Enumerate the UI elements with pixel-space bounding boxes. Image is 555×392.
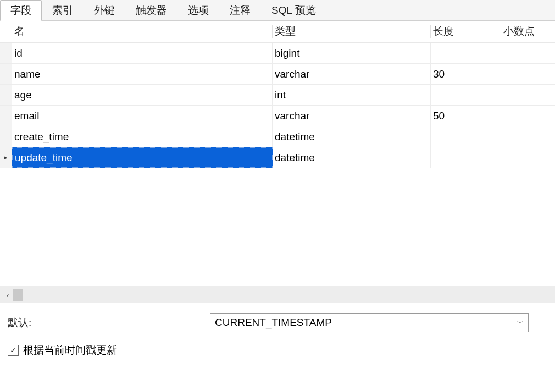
table-row[interactable]: update_timedatetime: [0, 147, 555, 168]
tab-fields[interactable]: 字段: [0, 0, 42, 21]
cell-type[interactable]: varchar: [273, 64, 431, 84]
col-header-label: 类型: [275, 25, 296, 37]
default-value: CURRENT_TIMESTAMP: [215, 317, 332, 329]
tab-triggers[interactable]: 触发器: [125, 0, 177, 21]
scroll-thumb[interactable]: [13, 289, 23, 301]
cell-length[interactable]: 50: [431, 106, 501, 126]
tab-indexes[interactable]: 索引: [42, 0, 84, 21]
tab-bar: 字段 索引 外键 触发器 选项 注释 SQL 预览: [0, 0, 555, 21]
row-gutter: [0, 147, 12, 168]
tab-label: SQL 预览: [271, 3, 316, 18]
col-header-label: 名: [14, 25, 25, 37]
tab-foreign-keys[interactable]: 外键: [84, 0, 125, 21]
cell-decimal[interactable]: [501, 85, 555, 105]
row-gutter: [0, 43, 12, 63]
col-header-decimal[interactable]: 小数点: [501, 21, 555, 42]
table-row[interactable]: namevarchar30: [0, 64, 555, 85]
table-row[interactable]: idbigint: [0, 43, 555, 64]
cell-length[interactable]: [431, 147, 501, 168]
cell-decimal[interactable]: [501, 147, 555, 168]
cell-name[interactable]: id: [12, 43, 273, 63]
field-properties: 默认: CURRENT_TIMESTAMP ﹀ 根据当前时间戳更新: [0, 303, 555, 363]
tab-label: 外键: [94, 3, 115, 18]
grid-body: idbigintnamevarchar30ageintemailvarchar5…: [0, 43, 555, 168]
tab-label: 索引: [52, 3, 73, 18]
table-row[interactable]: ageint: [0, 85, 555, 106]
on-update-label: 根据当前时间戳更新: [23, 343, 117, 357]
default-label: 默认:: [8, 316, 210, 330]
tab-options[interactable]: 选项: [177, 0, 219, 21]
table-row[interactable]: emailvarchar50: [0, 106, 555, 126]
table-row[interactable]: create_timedatetime: [0, 126, 555, 147]
cell-decimal[interactable]: [501, 43, 555, 63]
cell-length[interactable]: [431, 126, 501, 147]
tab-sql-preview[interactable]: SQL 预览: [261, 0, 326, 21]
tab-label: 注释: [230, 3, 251, 18]
header-gutter: [0, 21, 12, 42]
tab-label: 触发器: [136, 3, 167, 18]
tab-label: 字段: [10, 3, 31, 18]
cell-decimal[interactable]: [501, 126, 555, 147]
cell-type[interactable]: int: [273, 85, 431, 105]
cell-name[interactable]: create_time: [12, 126, 273, 147]
row-gutter: [0, 106, 12, 126]
cell-type[interactable]: datetime: [273, 126, 431, 147]
tab-comment[interactable]: 注释: [219, 0, 261, 21]
grid-empty-area: [0, 168, 555, 286]
cell-type[interactable]: datetime: [273, 147, 431, 168]
col-header-name[interactable]: 名: [12, 21, 273, 42]
cell-type[interactable]: varchar: [273, 106, 431, 126]
cell-length[interactable]: 30: [431, 64, 501, 84]
fields-grid: 名 类型 长度 小数点 idbigintnamevarchar30ageinte…: [0, 21, 555, 168]
cell-name[interactable]: age: [12, 85, 273, 105]
cell-name[interactable]: name: [12, 64, 273, 84]
col-header-label: 长度: [433, 25, 454, 37]
cell-length[interactable]: [431, 43, 501, 63]
on-update-checkbox[interactable]: [8, 345, 19, 356]
grid-header: 名 类型 长度 小数点: [0, 21, 555, 43]
cell-type[interactable]: bigint: [273, 43, 431, 63]
cell-name[interactable]: email: [12, 106, 273, 126]
default-row: 默认: CURRENT_TIMESTAMP ﹀: [8, 313, 547, 332]
col-header-length[interactable]: 长度: [431, 21, 501, 42]
cell-decimal[interactable]: [501, 64, 555, 84]
col-header-type[interactable]: 类型: [273, 21, 431, 42]
row-gutter: [0, 85, 12, 105]
col-header-label: 小数点: [503, 25, 535, 37]
chevron-down-icon: ﹀: [517, 318, 524, 328]
cell-length[interactable]: [431, 85, 501, 105]
default-combo[interactable]: CURRENT_TIMESTAMP ﹀: [210, 313, 529, 332]
row-gutter: [0, 64, 12, 84]
horizontal-scrollbar[interactable]: ‹: [0, 286, 555, 303]
row-gutter: [0, 126, 12, 147]
tab-label: 选项: [188, 3, 209, 18]
on-update-row: 根据当前时间戳更新: [8, 343, 547, 357]
cell-decimal[interactable]: [501, 106, 555, 126]
scroll-left-icon[interactable]: ‹: [2, 291, 13, 300]
cell-name[interactable]: update_time: [12, 147, 273, 168]
